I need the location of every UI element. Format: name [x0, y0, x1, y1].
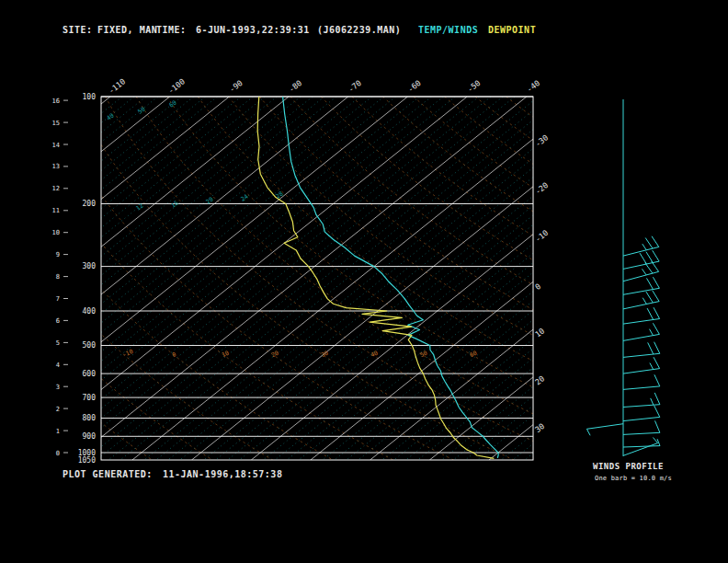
pressure-tick-labels: 10020030040050060070080090010001050	[78, 93, 96, 465]
svg-text:3: 3	[56, 384, 60, 391]
svg-text:0: 0	[56, 450, 60, 457]
svg-text:-20: -20	[533, 180, 550, 196]
svg-text:15: 15	[52, 120, 60, 127]
skewt-plot-window: SITE: FIXED, MAN TIME: 6-JUN-1993,22:39:…	[0, 0, 728, 563]
svg-text:400: 400	[83, 307, 97, 316]
svg-text:10: 10	[533, 326, 546, 339]
isotherm-right-labels: -30-20-100102030	[533, 132, 550, 434]
svg-text:0: 0	[171, 350, 177, 359]
svg-text:4: 4	[56, 362, 60, 369]
svg-text:600: 600	[83, 370, 97, 378]
svg-text:900: 900	[83, 432, 97, 441]
winds-profile-subtitle: One barb = 10.0 m/s	[595, 475, 672, 482]
wind-barb	[623, 439, 660, 447]
svg-text:-10: -10	[533, 228, 550, 244]
wind-barb	[586, 424, 623, 436]
svg-text:13: 13	[52, 163, 60, 170]
wind-barb	[623, 342, 660, 358]
svg-text:700: 700	[83, 394, 97, 402]
svg-text:30: 30	[533, 421, 546, 434]
wind-barb	[623, 406, 660, 421]
isotherm-top-labels: -110-100-90-80-70-60-50-40	[107, 76, 541, 95]
svg-text:1050: 1050	[78, 456, 96, 465]
svg-text:500: 500	[83, 341, 97, 350]
svg-text:200: 200	[83, 200, 97, 208]
svg-text:1: 1	[56, 428, 60, 435]
svg-text:20: 20	[533, 373, 546, 386]
wind-barb	[623, 307, 660, 324]
winds-profile-title: WINDS PROFILE	[593, 462, 664, 471]
svg-text:-90: -90	[227, 78, 244, 94]
svg-text:60: 60	[167, 98, 177, 109]
svg-text:-40: -40	[525, 78, 541, 94]
svg-text:-60: -60	[406, 78, 423, 94]
wind-barb	[623, 323, 659, 340]
svg-text:5: 5	[56, 339, 60, 347]
svg-text:2: 2	[56, 406, 60, 413]
svg-text:10: 10	[221, 350, 230, 360]
svg-text:9: 9	[56, 251, 60, 259]
svg-text:16: 16	[169, 199, 179, 209]
wind-barb	[623, 393, 660, 408]
isotherm-lines	[0, 97, 728, 460]
wind-barb	[623, 250, 659, 269]
minor-isotherm-lines	[0, 97, 728, 460]
plot-generated-label: PLOT GENERATED:	[63, 469, 153, 479]
svg-text:10: 10	[52, 229, 60, 236]
svg-text:-10: -10	[121, 348, 134, 359]
plot-generated-value: 11-JAN-1996,18:57:38	[163, 469, 282, 479]
svg-text:-80: -80	[287, 78, 303, 94]
svg-text:11: 11	[52, 207, 60, 214]
svg-text:12: 12	[52, 185, 60, 192]
svg-text:-30: -30	[533, 132, 550, 148]
wind-barb	[623, 374, 660, 389]
svg-text:-110: -110	[107, 76, 127, 95]
svg-text:50: 50	[419, 350, 428, 360]
svg-text:6: 6	[56, 317, 60, 325]
svg-text:40: 40	[370, 350, 379, 360]
winds-profile	[586, 99, 660, 456]
svg-text:-100: -100	[166, 76, 187, 95]
height-scale: 012345678910111213141516	[52, 98, 68, 457]
svg-text:300: 300	[83, 262, 97, 270]
svg-text:14: 14	[52, 142, 60, 149]
svg-text:40: 40	[105, 111, 115, 121]
wind-barb	[623, 357, 660, 373]
svg-text:7: 7	[56, 295, 60, 303]
svg-text:16: 16	[52, 98, 60, 105]
svg-text:-50: -50	[465, 78, 482, 94]
svg-text:800: 800	[83, 414, 97, 422]
dry-adiabat-lines	[0, 97, 728, 460]
svg-text:8: 8	[56, 273, 60, 281]
wind-barb	[623, 420, 660, 434]
svg-text:28: 28	[274, 190, 284, 200]
svg-text:100: 100	[83, 93, 97, 101]
svg-text:0: 0	[533, 282, 542, 292]
svg-text:20: 20	[270, 350, 279, 360]
svg-text:-70: -70	[347, 78, 363, 94]
wind-barb	[623, 291, 659, 309]
